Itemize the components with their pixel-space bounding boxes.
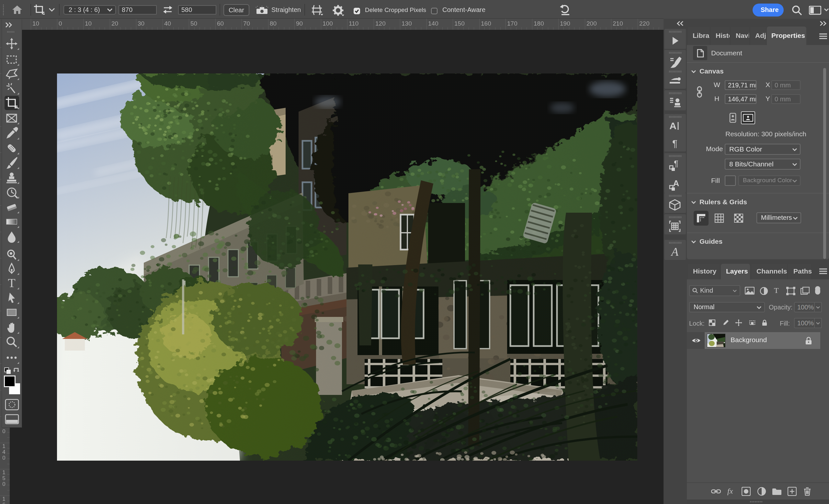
svg-text:A: A (673, 178, 679, 188)
svg-text:¶: ¶ (674, 159, 678, 168)
svg-text:A: A (669, 120, 677, 131)
svg-text:T: T (8, 277, 15, 290)
svg-text:¶: ¶ (672, 138, 678, 149)
svg-text:A: A (671, 245, 679, 258)
